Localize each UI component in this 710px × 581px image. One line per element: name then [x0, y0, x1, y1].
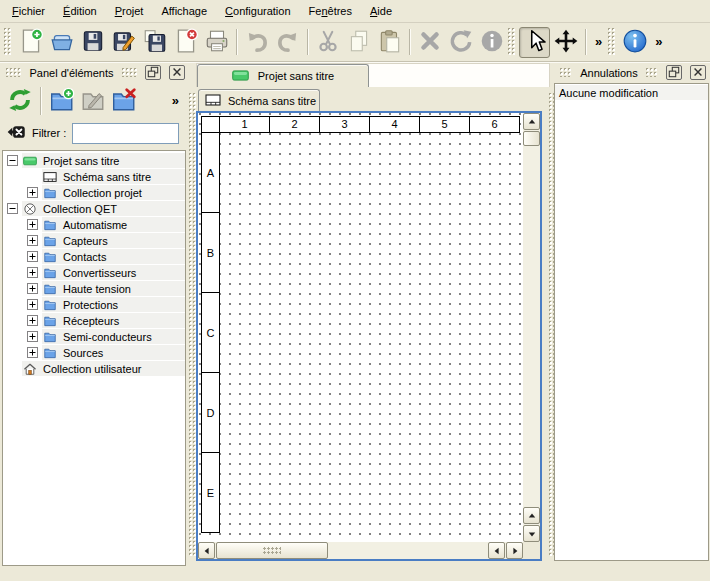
undo-icon: [244, 28, 270, 56]
tree-item-sources[interactable]: Sources: [3, 345, 185, 360]
scroll-right-button[interactable]: [506, 542, 523, 559]
expander-plus-icon[interactable]: [27, 283, 38, 294]
expander-plus-icon[interactable]: [27, 251, 38, 262]
new-project-button[interactable]: [15, 27, 46, 58]
edit-category-button[interactable]: [77, 85, 108, 116]
paste-button[interactable]: [374, 27, 405, 58]
folder-icon: [42, 346, 58, 360]
tree-item-collection-qet[interactable]: Collection QET: [3, 201, 185, 216]
scroll-down-button[interactable]: [523, 525, 540, 542]
tree-item-schema-sans-titre[interactable]: Schéma sans titre: [3, 169, 185, 184]
dock-grip[interactable]: [560, 68, 572, 77]
tree-item-haute-tension[interactable]: Haute tension: [3, 281, 185, 296]
folder-icon: [42, 186, 58, 200]
tree-item-label: Sources: [63, 347, 103, 359]
menu-aide[interactable]: Aide: [361, 0, 401, 22]
tree-item-semi-conducteurs[interactable]: Semi-conducteurs: [3, 329, 185, 344]
cut-button[interactable]: [312, 27, 343, 58]
toolbar-overflow-button[interactable]: »: [650, 28, 667, 56]
tree-item-automatisme[interactable]: Automatisme: [3, 217, 185, 232]
tree-item-label: Récepteurs: [63, 315, 119, 327]
open-project-button[interactable]: [46, 27, 77, 58]
menu-projet[interactable]: Projet: [106, 0, 153, 22]
rotate-icon: [448, 28, 474, 56]
tab-schema-sans-titre[interactable]: Schéma sans titre: [198, 89, 320, 111]
menu-fichier[interactable]: Fichier: [3, 0, 54, 22]
dock-grip[interactable]: [6, 68, 21, 77]
delete-button[interactable]: [414, 27, 445, 58]
select-mode-button[interactable]: [519, 27, 550, 58]
horizontal-scroll-track[interactable]: [329, 542, 487, 559]
horizontal-scrollbar: [198, 542, 523, 559]
left-splitter[interactable]: [189, 93, 196, 556]
menu-edition[interactable]: Édition: [54, 0, 106, 22]
new-category-button[interactable]: [46, 85, 77, 116]
toolbar-overflow-button[interactable]: »: [590, 28, 607, 56]
undo-item-aucune-modification[interactable]: Aucune modification: [555, 85, 708, 100]
tree-item-convertisseurs[interactable]: Convertisseurs: [3, 265, 185, 280]
dock-grip[interactable]: [646, 68, 658, 77]
expander-plus-icon[interactable]: [27, 267, 38, 278]
close-panel-button[interactable]: [169, 65, 185, 80]
tree-item-recepteurs[interactable]: Récepteurs: [3, 313, 185, 328]
float-panel-button[interactable]: [145, 65, 161, 80]
expander-plus-icon[interactable]: [27, 347, 38, 358]
toolbar-handle[interactable]: [4, 28, 12, 56]
tree-item-label: Collection QET: [43, 203, 117, 215]
tree-item-projet-sans-titre[interactable]: Projet sans titre: [3, 153, 185, 168]
rotate-button[interactable]: [445, 27, 476, 58]
scroll-left-button[interactable]: [198, 542, 215, 559]
close-undo-button[interactable]: [690, 65, 706, 80]
save-button[interactable]: [77, 27, 108, 58]
scroll-up-button[interactable]: [523, 113, 540, 130]
about-qet-button[interactable]: [619, 27, 650, 58]
filter-input[interactable]: [72, 123, 179, 144]
copy-button[interactable]: [343, 27, 374, 58]
elements-panel-titlebar: Panel d'éléments: [0, 63, 189, 82]
expander-minus-icon[interactable]: [7, 203, 18, 214]
clear-filter-button[interactable]: [6, 122, 26, 144]
tree-item-collection-projet[interactable]: Collection projet: [3, 185, 185, 200]
dock-grip[interactable]: [122, 68, 137, 77]
expander-plus-icon[interactable]: [27, 315, 38, 326]
toolbar-handle[interactable]: [608, 28, 616, 56]
menu-configuration[interactable]: Configuration: [216, 0, 299, 22]
expander-plus-icon[interactable]: [27, 235, 38, 246]
float-undo-button[interactable]: [666, 65, 682, 80]
save-all-button[interactable]: [139, 27, 170, 58]
expander-plus-icon[interactable]: [27, 219, 38, 230]
scroll-left-button-2[interactable]: [488, 542, 505, 559]
undo-history-list: Aucune modification: [554, 83, 709, 561]
close-project-button[interactable]: [170, 27, 201, 58]
diagram-canvas[interactable]: 123456 ABCDE: [198, 113, 523, 542]
tree-item-collection-utilisateur[interactable]: Collection utilisateur: [3, 361, 185, 376]
toolbar-overflow-button[interactable]: »: [172, 93, 185, 108]
arrow-right-icon: [511, 545, 519, 557]
redo-button[interactable]: [272, 27, 303, 58]
pan-mode-button[interactable]: [550, 27, 581, 58]
save-as-button[interactable]: [108, 27, 139, 58]
undo-button[interactable]: [241, 27, 272, 58]
print-button[interactable]: [201, 27, 232, 58]
horizontal-scroll-thumb[interactable]: [216, 542, 328, 559]
tree-item-capteurs[interactable]: Capteurs: [3, 233, 185, 248]
tab-projet-sans-titre[interactable]: Projet sans titre: [197, 64, 369, 87]
expander-plus-icon[interactable]: [27, 331, 38, 342]
menu-fenetres[interactable]: Fenêtres: [300, 0, 361, 22]
tree-item-contacts[interactable]: Contacts: [3, 249, 185, 264]
expander-minus-icon[interactable]: [7, 155, 18, 166]
expander-plus-icon[interactable]: [27, 187, 38, 198]
object-info-button[interactable]: [476, 27, 507, 58]
expander-plus-icon[interactable]: [27, 299, 38, 310]
column-header-5: 5: [419, 116, 470, 133]
delete-category-button[interactable]: [108, 85, 139, 116]
menu-affichage[interactable]: Affichage: [152, 0, 216, 22]
scroll-up-button-2[interactable]: [523, 507, 540, 524]
tree-item-protections[interactable]: Protections: [3, 297, 185, 312]
vertical-scroll-thumb[interactable]: [523, 131, 540, 146]
vertical-scroll-track[interactable]: [523, 147, 540, 506]
toolbar-handle[interactable]: [508, 28, 516, 56]
row-header-E: E: [201, 452, 220, 533]
column-headers: 123456: [201, 116, 520, 133]
reload-collections-button[interactable]: [4, 85, 35, 116]
